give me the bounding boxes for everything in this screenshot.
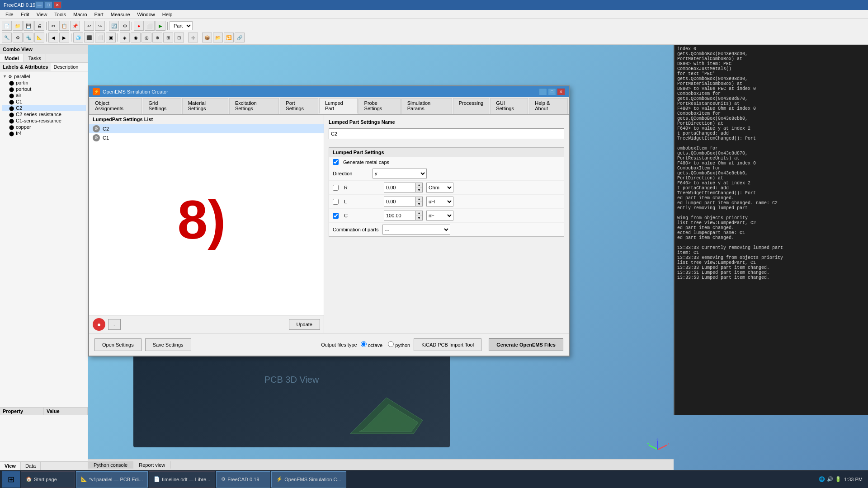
save-btn[interactable]: 💾 — [24, 21, 33, 31]
save-settings-btn[interactable]: Save Settings — [145, 338, 191, 351]
tab-help-about[interactable]: Help & About — [529, 98, 568, 114]
tb2-extra3[interactable]: 🔁 — [224, 33, 234, 42]
l-checkbox[interactable] — [333, 199, 339, 205]
generate-btn[interactable]: Generate OpenEMS Files — [489, 338, 563, 351]
tb2-view4[interactable]: ⊕ — [152, 33, 162, 42]
tb2-4[interactable]: 📐 — [34, 33, 44, 42]
menu-help[interactable]: Help — [159, 11, 176, 18]
menu-measure[interactable]: Measure — [107, 11, 134, 18]
undo-btn[interactable]: ↩ — [84, 21, 94, 31]
menu-view[interactable]: View — [33, 11, 51, 18]
tb2-nav2[interactable]: ▶ — [59, 33, 69, 42]
tree-item-fr4[interactable]: ⬤ fr4 — [2, 130, 86, 136]
c-checkbox[interactable] — [333, 213, 339, 219]
direction-combo[interactable]: y x z — [373, 169, 427, 178]
remove-lumped-btn[interactable]: - — [108, 319, 121, 330]
dialog-minimize-btn[interactable]: — — [539, 88, 547, 95]
taskbar-item-v1parallel[interactable]: 📐 *v1parallel — PCB Edi... — [76, 471, 148, 488]
r-spin-up[interactable]: ▲ — [416, 183, 422, 188]
taskbar-item-openems[interactable]: ⚡ OpenEMS Simulation C... — [271, 471, 346, 488]
paste-btn[interactable]: 📌 — [70, 21, 80, 31]
tab-port-settings[interactable]: Port Settings — [280, 98, 318, 114]
tb2-view2[interactable]: ◉ — [131, 33, 141, 42]
python-console-tab[interactable]: Python console — [88, 461, 133, 469]
c-spin-up[interactable]: ▲ — [416, 211, 422, 216]
menu-macro[interactable]: Macro — [70, 11, 91, 18]
tree-item-parallel[interactable]: ▼ ⚙ parallel — [2, 73, 86, 80]
tab-gui-settings[interactable]: GUI Settings — [490, 98, 528, 114]
macro-btn[interactable]: ⚙ — [120, 21, 130, 31]
part-combo[interactable]: Part — [170, 21, 193, 30]
refresh-btn[interactable]: 🔄 — [109, 21, 119, 31]
open-btn[interactable]: 📁 — [13, 21, 23, 31]
settings-name-input[interactable] — [329, 128, 564, 139]
tb2-view1[interactable]: ◈ — [120, 33, 130, 42]
report-view-tab[interactable]: Report view — [133, 461, 171, 469]
tree-item-c2[interactable]: ⬤ C2 — [2, 105, 86, 111]
lumped-item-c1[interactable]: ⚙ C1 — [89, 133, 324, 142]
tb2-nav1[interactable]: ◀ — [48, 33, 58, 42]
tab-probe-settings[interactable]: Probe Settings — [359, 98, 401, 114]
menu-window[interactable]: Window — [134, 11, 159, 18]
tree-item-portin[interactable]: ⬤ portin — [2, 80, 86, 86]
menu-part[interactable]: Part — [91, 11, 107, 18]
run-btn[interactable]: ▶ — [156, 21, 165, 31]
tab-lumped-part[interactable]: Lumped Part — [319, 98, 358, 114]
tree-item-c1-series[interactable]: ⬤ C1-series-resistance — [2, 117, 86, 124]
minimize-btn[interactable]: — — [35, 1, 43, 9]
tree-item-c2-series[interactable]: ⬤ C2-series-resistance — [2, 111, 86, 117]
console-area[interactable]: index 0 gets.QComboBox(0x43e98d30, PortM… — [674, 45, 868, 415]
taskbar-item-freecad[interactable]: ⚙ FreeCAD 0.19 — [216, 471, 270, 488]
sidebar-tab-tasks[interactable]: Tasks — [24, 54, 46, 62]
update-btn[interactable]: Update — [289, 319, 320, 330]
r-checkbox[interactable] — [333, 185, 339, 191]
tb2-extra4[interactable]: 🔗 — [235, 33, 245, 42]
tb2-3d1[interactable]: 🧊 — [73, 33, 83, 42]
restore-btn[interactable]: □ — [44, 1, 52, 9]
tb2-view6[interactable]: ⊡ — [174, 33, 184, 42]
taskbar-item-libreoffice[interactable]: 📄 timeline.odt — Libre... — [149, 471, 215, 488]
stop-btn[interactable]: ● — [134, 21, 144, 31]
data-tab[interactable]: Data — [21, 462, 41, 470]
r-unit-combo[interactable]: Ohm kOhm — [426, 183, 453, 192]
tb2-1[interactable]: 🔧 — [2, 33, 12, 42]
tree-item-c1[interactable]: ⬤ C1 — [2, 99, 86, 105]
copy-btn[interactable]: 📋 — [59, 21, 69, 31]
sidebar-tab-model[interactable]: Model — [0, 54, 24, 62]
open-settings-btn[interactable]: Open Settings — [94, 338, 142, 351]
taskbar-item-start-page[interactable]: 🏠 Start page — [21, 471, 75, 488]
c-value-input[interactable] — [384, 211, 415, 221]
lumped-item-c2[interactable]: ⚙ C2 — [89, 124, 324, 133]
tree-item-air[interactable]: ⬤ air — [2, 92, 86, 99]
combination-combo[interactable]: --- series parallel — [382, 225, 450, 235]
tb2-extra1[interactable]: 📦 — [202, 33, 212, 42]
l-value-input[interactable] — [384, 197, 415, 206]
c-spin-down[interactable]: ▼ — [416, 216, 422, 221]
add-lumped-btn[interactable]: ● — [93, 318, 105, 331]
start-button[interactable]: ⊞ — [2, 471, 20, 488]
c-unit-combo[interactable]: nF pF uF — [426, 211, 453, 221]
octave-radio[interactable] — [361, 341, 367, 347]
tb2-2[interactable]: ⚙ — [13, 33, 23, 42]
r-value-input[interactable] — [384, 183, 415, 192]
l-spin-up[interactable]: ▲ — [416, 197, 422, 202]
menu-edit[interactable]: Edit — [17, 11, 33, 18]
view-tab[interactable]: View — [0, 462, 21, 470]
tree-item-portout[interactable]: ⬤ portout — [2, 86, 86, 92]
python-radio[interactable] — [388, 341, 394, 347]
generate-metal-caps-checkbox[interactable] — [333, 159, 339, 165]
print-btn[interactable]: 🖨 — [34, 21, 44, 31]
tb2-3[interactable]: 🔩 — [24, 33, 33, 42]
tb2-view5[interactable]: ⊞ — [163, 33, 173, 42]
tab-processing[interactable]: Processing — [453, 98, 489, 114]
redo-btn[interactable]: ↪ — [95, 21, 105, 31]
tab-excitation-settings[interactable]: Excitation Settings — [229, 98, 279, 114]
tb2-3d4[interactable]: ▣ — [106, 33, 116, 42]
tb2-extra2[interactable]: 📂 — [213, 33, 223, 42]
r-spin-down[interactable]: ▼ — [416, 188, 422, 192]
tree-item-copper[interactable]: ⬤ copper — [2, 124, 86, 130]
dialog-close-btn[interactable]: ✕ — [557, 88, 565, 95]
tab-grid-settings[interactable]: Grid Settings — [143, 98, 181, 114]
dialog-restore-btn[interactable]: □ — [548, 88, 556, 95]
kicad-btn[interactable]: KiCAD PCB Import Tool — [414, 338, 481, 351]
